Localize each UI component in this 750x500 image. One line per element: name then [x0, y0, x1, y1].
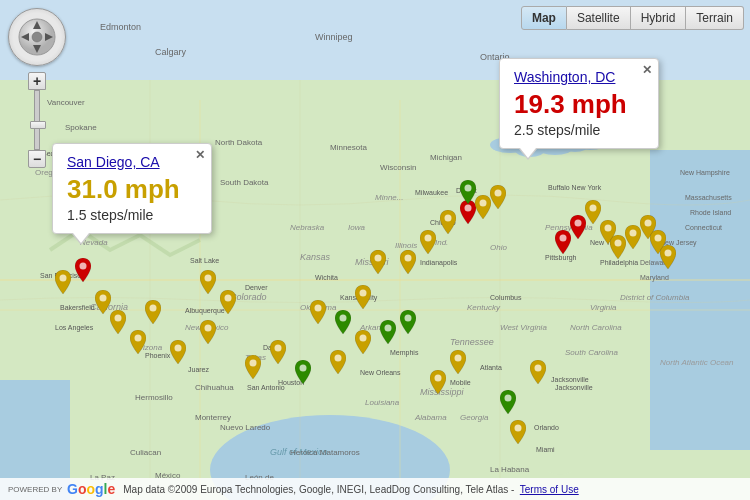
- map-marker-m17[interactable]: [355, 330, 371, 354]
- zoom-out-btn[interactable]: −: [28, 150, 46, 168]
- map-marker-m21[interactable]: [370, 250, 386, 274]
- svg-point-134: [375, 255, 382, 262]
- zoom-slider-thumb[interactable]: [30, 121, 46, 129]
- svg-text:Virginia: Virginia: [590, 303, 617, 312]
- map-marker-m10[interactable]: [170, 340, 186, 364]
- svg-point-121: [135, 335, 142, 342]
- svg-point-141: [495, 190, 502, 197]
- svg-text:Bakersfield: Bakersfield: [60, 304, 95, 311]
- map-marker-m26[interactable]: [460, 180, 476, 204]
- map-marker-m38[interactable]: [510, 420, 526, 444]
- map-marker-m40[interactable]: [530, 360, 546, 384]
- map-marker-m15[interactable]: [295, 360, 311, 384]
- svg-point-117: [60, 275, 67, 282]
- terms-of-use-link[interactable]: Terms of Use: [520, 484, 579, 495]
- washington-dc-title[interactable]: Washington, DC: [514, 69, 644, 85]
- map-marker-m34[interactable]: [625, 225, 641, 249]
- map-marker-m16[interactable]: [330, 350, 346, 374]
- map-marker-m42[interactable]: [430, 370, 446, 394]
- svg-point-133: [360, 290, 367, 297]
- map-type-controls: Map Satellite Hybrid Terrain: [521, 6, 744, 30]
- map-marker-m8[interactable]: [130, 330, 146, 354]
- powered-by-text: POWERED BY: [8, 485, 62, 494]
- svg-point-118: [80, 263, 87, 270]
- map-type-map-btn[interactable]: Map: [521, 6, 567, 30]
- svg-text:North Dakota: North Dakota: [215, 138, 263, 147]
- svg-point-149: [655, 235, 662, 242]
- svg-text:Jacksonville: Jacksonville: [555, 384, 593, 391]
- map-marker-m43[interactable]: [200, 270, 216, 294]
- svg-point-145: [605, 225, 612, 232]
- bottom-attribution-bar: POWERED BY Google Map data ©2009 Europa …: [0, 478, 750, 500]
- map-marker-m19[interactable]: [400, 310, 416, 334]
- map-marker-m13[interactable]: [245, 355, 261, 379]
- svg-text:Denver: Denver: [245, 284, 268, 291]
- svg-text:Rhode Island: Rhode Island: [690, 209, 731, 216]
- map-type-hybrid-btn[interactable]: Hybrid: [631, 6, 687, 30]
- map-marker-m5[interactable]: [75, 258, 91, 282]
- svg-text:Milwaukee: Milwaukee: [415, 189, 448, 196]
- svg-point-126: [250, 360, 257, 367]
- map-marker-m9[interactable]: [145, 300, 161, 324]
- san-diego-speed: 31.0 mph: [67, 174, 197, 205]
- map-marker-m27[interactable]: [475, 195, 491, 219]
- san-diego-close-btn[interactable]: ✕: [195, 148, 205, 162]
- svg-text:Atlanta: Atlanta: [480, 364, 502, 371]
- map-marker-m4[interactable]: [55, 270, 71, 294]
- map-container[interactable]: San Francisco Los Angeles Phoenix Dallas…: [0, 0, 750, 500]
- svg-text:Orlando: Orlando: [534, 424, 559, 431]
- svg-point-147: [630, 230, 637, 237]
- google-logo: POWERED BY Google: [8, 481, 115, 497]
- map-marker-m39[interactable]: [500, 390, 516, 414]
- map-marker-m45[interactable]: [335, 310, 351, 334]
- svg-text:District of Columbia: District of Columbia: [620, 293, 690, 302]
- map-marker-m20[interactable]: [355, 285, 371, 309]
- svg-point-148: [645, 220, 652, 227]
- svg-text:Albuquerque: Albuquerque: [185, 307, 225, 315]
- washington-dc-speed: 19.3 mph: [514, 89, 644, 120]
- map-type-terrain-btn[interactable]: Terrain: [686, 6, 744, 30]
- map-marker-m31[interactable]: [585, 200, 601, 224]
- map-marker-m29[interactable]: [555, 230, 571, 254]
- san-diego-title[interactable]: San Diego, CA: [67, 154, 197, 170]
- svg-text:South Dakota: South Dakota: [220, 178, 269, 187]
- map-marker-m37[interactable]: [660, 245, 676, 269]
- svg-text:North Atlantic Ocean: North Atlantic Ocean: [660, 358, 734, 367]
- zoom-slider-track[interactable]: [34, 90, 40, 150]
- map-marker-m44[interactable]: [310, 300, 326, 324]
- map-marker-m28[interactable]: [490, 185, 506, 209]
- map-marker-m6[interactable]: [95, 290, 111, 314]
- svg-text:Pittsburgh: Pittsburgh: [545, 254, 577, 262]
- svg-text:Spokane: Spokane: [65, 123, 97, 132]
- map-marker-m14[interactable]: [270, 340, 286, 364]
- svg-point-157: [315, 305, 322, 312]
- svg-text:Monterrey: Monterrey: [195, 413, 231, 422]
- svg-text:New Orleans: New Orleans: [360, 369, 401, 376]
- map-marker-m18[interactable]: [380, 320, 396, 344]
- svg-point-150: [665, 250, 672, 257]
- zoom-in-btn[interactable]: +: [28, 72, 46, 90]
- svg-text:Miami: Miami: [536, 446, 555, 453]
- svg-text:La Habana: La Habana: [490, 465, 530, 474]
- zoom-controls: + −: [28, 72, 46, 168]
- svg-point-136: [425, 235, 432, 242]
- map-marker-m30[interactable]: [570, 215, 586, 239]
- map-marker-m41[interactable]: [450, 350, 466, 374]
- svg-point-152: [505, 395, 512, 402]
- svg-point-143: [575, 220, 582, 227]
- map-marker-m23[interactable]: [420, 230, 436, 254]
- map-type-satellite-btn[interactable]: Satellite: [567, 6, 631, 30]
- svg-text:Jacksonville: Jacksonville: [551, 376, 589, 383]
- svg-text:Ind.: Ind.: [435, 238, 448, 247]
- svg-text:Chihuahua: Chihuahua: [195, 383, 234, 392]
- map-marker-m7[interactable]: [110, 310, 126, 334]
- map-marker-m24[interactable]: [440, 210, 456, 234]
- washington-dc-close-btn[interactable]: ✕: [642, 63, 652, 77]
- map-marker-m12[interactable]: [220, 290, 236, 314]
- svg-point-137: [445, 215, 452, 222]
- map-marker-m33[interactable]: [610, 235, 626, 259]
- map-marker-m22[interactable]: [400, 250, 416, 274]
- map-marker-m11[interactable]: [200, 320, 216, 344]
- svg-point-142: [560, 235, 567, 242]
- pan-control[interactable]: [8, 8, 66, 66]
